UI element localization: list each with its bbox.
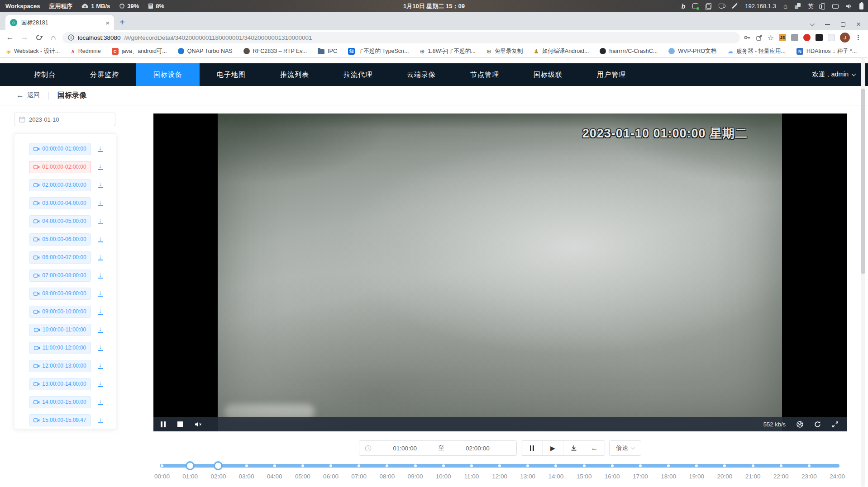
bookmark-item[interactable]: WVP-PRO文档 [668, 47, 716, 55]
screenshot-pen-tray-icon[interactable] [732, 3, 737, 9]
applications-button[interactable]: 应用程序 [49, 2, 72, 10]
bookmark-item[interactable]: ♟如何编译Android... [534, 47, 589, 55]
browser-home-icon[interactable]: ⌂ [48, 33, 59, 43]
input-method-indicator[interactable]: 英 [808, 2, 814, 10]
segment-button-10[interactable]: 09:00:00-10:00:00 [29, 306, 91, 318]
nav-item-5[interactable]: 推流列表 [263, 63, 326, 86]
segment-download-icon[interactable]: ↓ [98, 290, 103, 297]
segment-button-8[interactable]: 07:00:00-08:00:00 [29, 270, 91, 282]
ip-address-indicator[interactable]: 192.168.1.3 [745, 3, 776, 9]
display-tray-icon[interactable] [832, 4, 839, 9]
battery-tray-icon[interactable] [859, 3, 863, 9]
date-picker[interactable]: 2023-01-10 [14, 113, 115, 126]
profile-avatar[interactable]: J [840, 33, 850, 43]
extension-gray-icon[interactable] [791, 34, 798, 41]
speed-dropdown[interactable]: 倍速 [609, 440, 641, 456]
segment-button-16[interactable]: 15:00:00-15:09:47 [29, 414, 91, 426]
segment-button-13[interactable]: 12:00:00-13:00:00 [29, 360, 91, 372]
site-info-icon[interactable] [68, 34, 74, 41]
segment-download-icon[interactable]: ↓ [98, 363, 103, 369]
player-refresh-icon[interactable] [814, 421, 821, 428]
nav-item-9[interactable]: 国标级联 [516, 63, 580, 86]
tray-status-app-icon[interactable] [692, 3, 698, 9]
seek-back-button[interactable]: ← [584, 441, 605, 455]
segment-download-icon[interactable]: ↓ [98, 399, 103, 405]
windows-tray-icon[interactable] [795, 3, 801, 9]
password-key-icon[interactable] [744, 34, 751, 41]
phone-link-tray-icon[interactable] [821, 3, 825, 9]
player-stop-icon[interactable] [177, 421, 183, 427]
bookmark-item[interactable]: 知了不起的 TypeScri... [348, 47, 409, 55]
reload-icon[interactable] [35, 34, 43, 42]
segment-button-2[interactable]: 01:00:00-02:00:00 [29, 161, 91, 173]
bookmark-item[interactable]: Cjava、android可... [112, 47, 167, 55]
clipboard-tray-icon[interactable] [706, 3, 711, 9]
nav-item-6[interactable]: 拉流代理 [326, 63, 390, 86]
address-bar[interactable]: localhost:38080/#/gbRecordDetail/3402000… [62, 32, 740, 43]
clock[interactable]: 1月10日 星期二 15：09 [403, 2, 465, 10]
end-time-value[interactable]: 02:00:00 [444, 445, 511, 452]
segment-button-1[interactable]: 00:00:00-01:00:00 [29, 143, 91, 155]
segment-download-icon[interactable]: ↓ [98, 272, 103, 279]
segment-button-6[interactable]: 05:00:00-06:00:00 [29, 233, 91, 246]
time-range-input[interactable]: 01:00:00 至 02:00:00 [359, 440, 517, 456]
window-close-button[interactable]: × [856, 22, 861, 27]
segment-button-11[interactable]: 10:00:00-11:00:00 [29, 324, 91, 336]
maximize-button[interactable] [841, 22, 845, 27]
bookmark-item[interactable]: IPC [318, 48, 337, 54]
player-mute-icon[interactable] [195, 421, 202, 427]
segment-download-icon[interactable]: ↓ [98, 345, 103, 351]
timeline-handle-end[interactable] [214, 461, 223, 470]
back-icon[interactable]: ← [5, 33, 15, 42]
nav-item-10[interactable]: 用户管理 [580, 63, 643, 86]
browser-tab[interactable]: ◇ 国标28181 × [5, 15, 114, 30]
bookmark-item[interactable]: QNAP Turbo NAS [178, 48, 233, 54]
segment-download-icon[interactable]: ↓ [98, 200, 103, 206]
video-player[interactable]: 2023-01-10 01:00:00 星期二 552 kb/s [153, 113, 847, 431]
segment-download-icon[interactable]: ↓ [98, 182, 103, 188]
segment-button-3[interactable]: 02:00:00-03:00:00 [29, 179, 91, 191]
segment-button-5[interactable]: 04:00:00-05:00:00 [29, 215, 91, 227]
tab-search-chevron-icon[interactable] [810, 21, 815, 26]
browser-menu-icon[interactable]: ⋮ [855, 33, 862, 42]
nav-item-3[interactable]: 国标设备 [136, 63, 200, 86]
segment-download-icon[interactable]: ↓ [98, 417, 103, 423]
segment-button-15[interactable]: 14:00:00-15:00:00 [29, 396, 91, 408]
timeline-handle-start[interactable] [186, 461, 195, 470]
bookmark-item[interactable]: RFC2833 – RTP Ev... [243, 48, 307, 54]
bookmark-item[interactable]: ◈Webstack - 设计... [6, 47, 60, 55]
segment-download-icon[interactable]: ↓ [98, 326, 103, 333]
page-scrollbar-thumb[interactable] [861, 89, 865, 274]
fullscreen-icon[interactable] [832, 421, 839, 428]
share-icon[interactable] [756, 34, 763, 41]
segment-download-icon[interactable]: ↓ [98, 236, 103, 242]
tab-close-icon[interactable]: × [105, 19, 110, 26]
segment-download-icon[interactable]: ↓ [98, 164, 103, 170]
caffeine-tray-icon[interactable] [719, 4, 724, 9]
segment-button-9[interactable]: 08:00:00-09:00:00 [29, 288, 91, 300]
segment-download-icon[interactable]: ↓ [98, 254, 103, 260]
player-pause-icon[interactable] [161, 421, 166, 427]
nav-item-7[interactable]: 云端录像 [390, 63, 453, 86]
segment-download-icon[interactable]: ↓ [98, 381, 103, 387]
tray-app-icon[interactable]: b [682, 3, 686, 10]
segment-button-12[interactable]: 11:00:00-12:00:00 [29, 342, 91, 354]
segment-button-7[interactable]: 06:00:00-07:00:00 [29, 251, 91, 264]
snapshot-shutter-icon[interactable] [796, 421, 803, 428]
new-tab-button[interactable]: + [119, 17, 125, 28]
forward-icon[interactable]: → [19, 33, 30, 42]
extension-light-icon[interactable] [828, 34, 835, 41]
nav-item-2[interactable]: 分屏监控 [73, 63, 136, 86]
extension-js-icon[interactable]: JS [779, 34, 786, 41]
extension-dark-icon[interactable] [816, 34, 823, 41]
volume-tray-icon[interactable] [846, 4, 852, 9]
workspaces-button[interactable]: Workspaces [5, 3, 40, 9]
pause-button[interactable] [521, 441, 542, 455]
extension-adblock-icon[interactable] [803, 34, 811, 41]
nav-item-4[interactable]: 电子地图 [200, 63, 263, 86]
play-button[interactable]: ▶ [542, 441, 563, 455]
bookmark-item[interactable]: hairrrrr/C-CrashC... [600, 48, 658, 54]
minimize-button[interactable] [825, 24, 830, 25]
start-time-value[interactable]: 01:00:00 [372, 445, 438, 452]
bookmark-item[interactable]: ⊕1.8W字|了不起的... [420, 47, 475, 55]
